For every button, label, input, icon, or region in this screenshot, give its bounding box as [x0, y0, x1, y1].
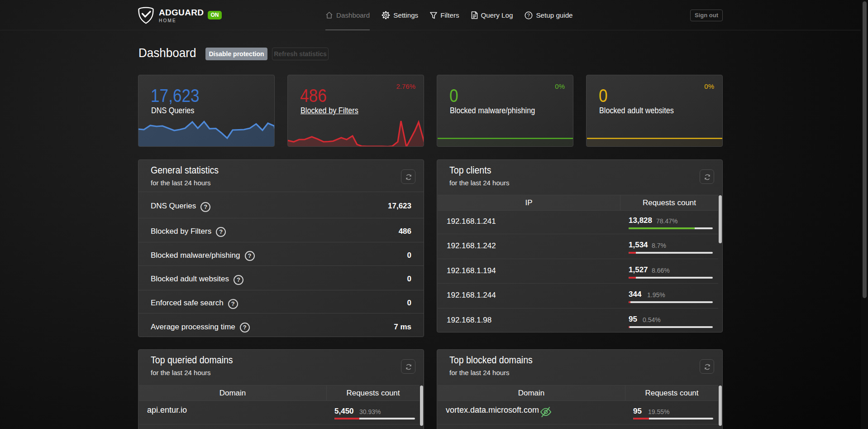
svg-text:?: ? [528, 12, 530, 18]
